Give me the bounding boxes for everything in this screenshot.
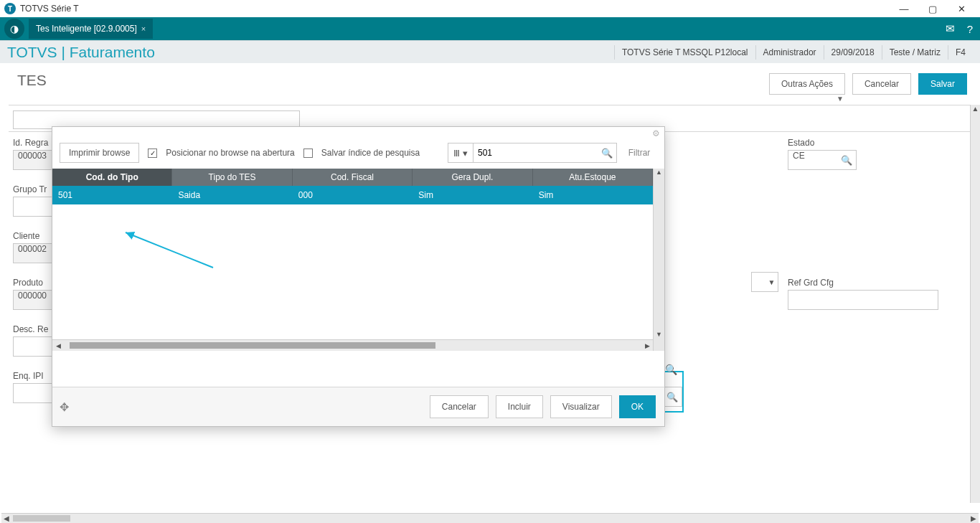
- produto-field[interactable]: 000000: [13, 290, 56, 310]
- cliente-field[interactable]: 000002: [13, 243, 56, 263]
- estado-label: Estado: [788, 138, 852, 148]
- cancel-button[interactable]: Cancelar: [852, 73, 911, 95]
- scroll-thumb[interactable]: [13, 515, 70, 522]
- modal-footer: ✥ Cancelar Incluir Visualizar OK: [52, 387, 664, 426]
- cell-dupl: Sim: [413, 190, 532, 200]
- scroll-right-icon[interactable]: ▶: [969, 514, 979, 523]
- lookup-modal: ⚙ Imprimir browse ✓ Posicionar no browse…: [52, 126, 665, 427]
- tab-label: Tes Inteligente [02.9.0005]: [36, 24, 137, 34]
- maximize-button[interactable]: ▢: [918, 4, 947, 14]
- modal-cancel-button[interactable]: Cancelar: [430, 395, 489, 418]
- desc-re-field[interactable]: [13, 336, 56, 357]
- help-icon[interactable]: ?: [960, 23, 980, 35]
- col-cod-fiscal[interactable]: Cod. Fiscal: [293, 169, 413, 186]
- scroll-left-icon[interactable]: ◀: [52, 340, 64, 351]
- window-title: TOTVS Série T: [20, 4, 79, 14]
- grupo-tr-field[interactable]: [13, 197, 56, 217]
- brand-title: TOTVS | Faturamento: [7, 44, 155, 61]
- cell-estoque: Sim: [533, 190, 653, 200]
- window-titlebar: T TOTVS Série T — ▢ ✕: [0, 0, 980, 17]
- grid-vertical-scrollbar[interactable]: ▲ ▼: [653, 169, 664, 351]
- scroll-thumb[interactable]: [70, 342, 435, 349]
- form-vertical-scrollbar[interactable]: ▲: [970, 105, 980, 503]
- cell-cod: 501: [52, 190, 172, 200]
- print-browse-button[interactable]: Imprimir browse: [60, 143, 139, 163]
- env-label: TOTVS Série T MSSQL P12local: [614, 45, 755, 60]
- move-icon[interactable]: ✥: [60, 400, 69, 414]
- chevron-down-icon[interactable]: ▼: [765, 272, 778, 292]
- close-button[interactable]: ✕: [947, 4, 976, 14]
- page-actions: Outras Ações ▼ Cancelar Salvar: [769, 73, 967, 103]
- table-row[interactable]: 501 Saida 000 Sim Sim: [52, 186, 653, 204]
- branch-label: Teste / Matriz: [882, 45, 948, 60]
- combo-fragment[interactable]: ▼: [751, 272, 778, 292]
- scroll-down-icon[interactable]: ▼: [654, 331, 664, 338]
- col-gera-dupl[interactable]: Gera Dupl.: [413, 169, 532, 186]
- checkbox-save-index[interactable]: ✓: [303, 149, 313, 158]
- ref-grd-label: Ref Grd Cfg: [788, 278, 938, 288]
- modal-search-input[interactable]: [473, 143, 617, 163]
- modal-view-button[interactable]: Visualizar: [550, 395, 612, 418]
- page-title: TES: [17, 72, 47, 89]
- other-actions-caret-icon[interactable]: ▼: [835, 95, 845, 103]
- grid-body: [52, 204, 653, 339]
- id-regra-field[interactable]: 000003: [13, 150, 56, 170]
- user-label: Administrador: [755, 45, 824, 60]
- app-icon: T: [4, 3, 16, 14]
- search-fragment[interactable]: 🔍: [665, 363, 677, 376]
- tab-tes-inteligente[interactable]: Tes Inteligente [02.9.0005] ×: [29, 19, 153, 39]
- column-selector-button[interactable]: Ⅲ ▾: [448, 143, 473, 163]
- key-label: F4: [948, 45, 973, 60]
- tab-close-icon[interactable]: ×: [141, 24, 146, 33]
- checkbox-positioning[interactable]: ✓: [148, 149, 157, 158]
- scroll-left-icon[interactable]: ◀: [1, 514, 11, 523]
- modal-ok-button[interactable]: OK: [619, 395, 656, 418]
- filter-link[interactable]: Filtrar: [621, 148, 657, 158]
- minimize-button[interactable]: —: [890, 4, 918, 14]
- grid-header: Cod. do Tipo Tipo do TES Cod. Fiscal Ger…: [52, 169, 653, 186]
- modal-include-button[interactable]: Incluir: [496, 395, 543, 418]
- checkbox-positioning-label: Posicionar no browse na abertura: [166, 148, 294, 158]
- estado-field[interactable]: CE: [788, 150, 857, 170]
- grid-horizontal-scrollbar[interactable]: ◀ ▶: [52, 339, 653, 351]
- home-icon[interactable]: ◑: [4, 19, 24, 39]
- window-horizontal-scrollbar[interactable]: ◀ ▶: [1, 513, 979, 523]
- search-icon[interactable]: 🔍: [601, 148, 613, 159]
- date-label: 29/09/2018: [824, 45, 882, 60]
- col-tipo-tes[interactable]: Tipo do TES: [172, 169, 292, 186]
- search-icon: 🔍: [665, 364, 677, 375]
- scroll-right-icon[interactable]: ▶: [641, 340, 653, 351]
- col-cod-tipo[interactable]: Cod. do Tipo: [52, 169, 172, 186]
- mail-icon[interactable]: ✉: [940, 22, 960, 35]
- col-atu-estoque[interactable]: Atu.Estoque: [533, 169, 653, 186]
- ref-grd-field[interactable]: [788, 290, 938, 310]
- tab-strip: ◑ Tes Inteligente [02.9.0005] × ✉ ?: [0, 17, 980, 40]
- page-body: TES Outras Ações ▼ Cancelar Salvar ▲ Id.…: [0, 63, 980, 513]
- other-actions-button[interactable]: Outras Ações: [769, 73, 845, 95]
- cell-tipo: Saida: [172, 190, 292, 200]
- gear-icon[interactable]: ⚙: [652, 128, 660, 138]
- scroll-up-icon[interactable]: ▲: [654, 169, 664, 176]
- save-button[interactable]: Salvar: [918, 73, 967, 95]
- checkbox-save-index-label: Salvar índice de pesquisa: [321, 148, 420, 158]
- app-header: TOTVS | Faturamento TOTVS Série T MSSQL …: [0, 40, 980, 63]
- cell-fiscal: 000: [293, 190, 413, 200]
